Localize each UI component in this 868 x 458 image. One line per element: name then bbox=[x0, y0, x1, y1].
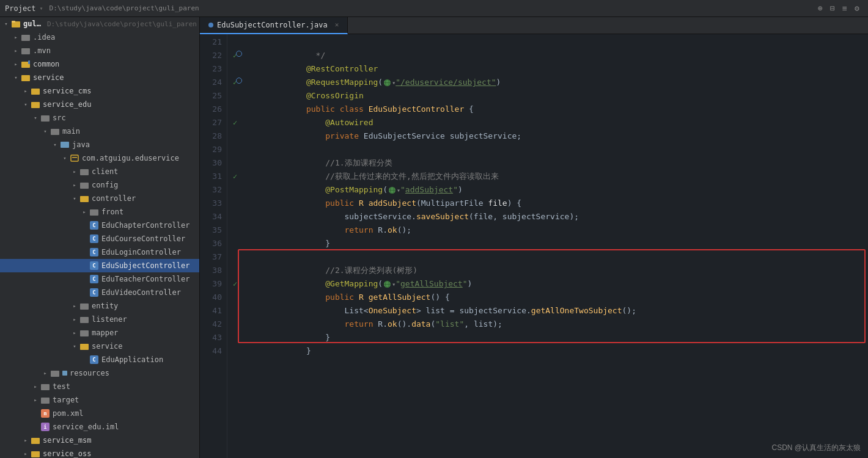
collapse-btn[interactable]: ⊟ bbox=[826, 2, 839, 15]
sidebar-item-mvn[interactable]: ▸ .mvn bbox=[0, 44, 199, 57]
sidebar-item-label: resources bbox=[62, 369, 197, 377]
sidebar-item-edu-video[interactable]: ▸ C EduVideoController bbox=[0, 286, 199, 299]
sort-btn[interactable]: ≡ bbox=[839, 2, 851, 15]
sidebar-item-label: EduSubjectController bbox=[101, 261, 197, 270]
sidebar-item-label: client bbox=[92, 167, 197, 176]
folder-icon bbox=[79, 301, 89, 311]
expand-arrow: ▾ bbox=[40, 125, 50, 138]
module-folder-icon bbox=[31, 435, 40, 445]
sidebar-item-listener[interactable]: ▸ listener bbox=[0, 313, 199, 326]
code-editor[interactable]: 21 22 23 24 25 26 27 28 29 30 31 32 33 3… bbox=[200, 34, 868, 458]
folder-icon bbox=[40, 113, 50, 123]
sidebar-item-common[interactable]: ▸ common bbox=[0, 57, 199, 71]
expand-arrow: ▸ bbox=[70, 165, 79, 178]
svg-rect-18 bbox=[90, 209, 98, 216]
folder-icon bbox=[40, 382, 50, 391]
sidebar-item-target[interactable]: ▸ target bbox=[0, 393, 199, 407]
code-line-36 bbox=[249, 237, 868, 250]
sidebar-item-idea[interactable]: ▸ .idea bbox=[0, 31, 199, 44]
iml-icon: i bbox=[40, 422, 50, 432]
svg-rect-20 bbox=[80, 317, 89, 323]
svg-rect-27 bbox=[31, 438, 40, 444]
globe-icon-38 bbox=[383, 279, 392, 288]
expand-arrow: ▸ bbox=[11, 57, 21, 71]
svg-rect-14 bbox=[72, 157, 77, 158]
tab-bar: EduSubjectController.java ✕ bbox=[200, 17, 868, 34]
titlebar-arrow: ▾ bbox=[40, 5, 43, 12]
sidebar-item-edu-subject[interactable]: ▸ C EduSubjectController bbox=[0, 259, 199, 272]
sidebar-item-test[interactable]: ▸ test bbox=[0, 380, 199, 393]
module-folder-icon bbox=[31, 86, 40, 96]
sidebar-item-edu-chapter[interactable]: ▸ C EduChapterController bbox=[0, 219, 199, 232]
sidebar-item-service[interactable]: ▾ service bbox=[0, 71, 199, 84]
project-path: D:\study\java\code\project\guli_paren bbox=[50, 4, 199, 12]
expand-arrow: ▸ bbox=[21, 84, 31, 98]
sidebar-item-edu-teacher[interactable]: ▸ C EduTeacherController bbox=[0, 272, 199, 286]
java-src-icon bbox=[60, 140, 70, 150]
svg-rect-12 bbox=[61, 142, 69, 148]
svg-rect-10 bbox=[41, 115, 50, 122]
sidebar-item-service-edu-iml[interactable]: ▸ i service_edu.iml bbox=[0, 420, 199, 434]
sidebar-item-config[interactable]: ▸ config bbox=[0, 178, 199, 192]
root-path: D:\study\java\code\project\guli_paren bbox=[47, 20, 197, 28]
sidebar-item-mapper[interactable]: ▸ mapper bbox=[0, 326, 199, 340]
sidebar-item-service-oss[interactable]: ▸ service_oss bbox=[0, 447, 199, 458]
class-icon: C bbox=[89, 220, 99, 230]
sidebar-item-service-cms[interactable]: ▸ service_cms bbox=[0, 84, 199, 98]
svg-rect-13 bbox=[71, 155, 78, 161]
sidebar-item-main[interactable]: ▾ main bbox=[0, 125, 199, 138]
sidebar-item-guli-parent[interactable]: ▾ guli_parent D:\study\java\code\project… bbox=[0, 17, 199, 31]
code-content: 21 22 23 24 25 26 27 28 29 30 31 32 33 3… bbox=[200, 34, 868, 458]
settings-btn[interactable]: ⚙ bbox=[851, 2, 863, 15]
new-file-btn[interactable]: ⊕ bbox=[814, 2, 826, 15]
sidebar-item-src[interactable]: ▾ src bbox=[0, 111, 199, 125]
sidebar-item-service-edu[interactable]: ▾ service_edu bbox=[0, 98, 199, 111]
close-icon[interactable]: ✕ bbox=[335, 21, 339, 29]
folder-icon bbox=[79, 328, 89, 338]
expand-arrow: ▸ bbox=[31, 393, 40, 407]
sidebar-item-edu-course[interactable]: ▸ C EduCourseController bbox=[0, 232, 199, 245]
sidebar-item-label: service_msm bbox=[43, 436, 197, 445]
expand-arrow: ▸ bbox=[31, 380, 40, 393]
sidebar-item-package[interactable]: ▾ com.atguigu.eduservice bbox=[0, 151, 199, 165]
code-line-22: @RestController bbox=[249, 49, 868, 62]
sidebar-item-label: com.atguigu.eduservice bbox=[82, 154, 197, 162]
sidebar-item-label: target bbox=[53, 396, 197, 404]
sidebar-item-entity[interactable]: ▸ entity bbox=[0, 299, 199, 313]
svg-rect-4 bbox=[21, 48, 30, 54]
expand-arrow: ▸ bbox=[11, 31, 21, 44]
expand-arrow: ▾ bbox=[1, 17, 11, 31]
sidebar-item-java[interactable]: ▾ java bbox=[0, 138, 199, 151]
module-folder-icon bbox=[21, 59, 31, 69]
sidebar-item-label: service_edu bbox=[43, 100, 197, 109]
tab-edu-subject[interactable]: EduSubjectController.java ✕ bbox=[200, 17, 348, 34]
folder-icon bbox=[79, 180, 89, 190]
sidebar-item-label: java bbox=[72, 140, 197, 149]
tab-icon bbox=[208, 23, 213, 27]
expand-arrow: ▸ bbox=[11, 44, 21, 57]
sidebar-item-edu-application[interactable]: ▸ C EduApplication bbox=[0, 353, 199, 366]
sidebar-item-edu-login[interactable]: ▸ C EduLoginController bbox=[0, 245, 199, 259]
sidebar-item-label: .idea bbox=[33, 33, 197, 42]
code-line-29: //1.添加课程分类 bbox=[249, 143, 868, 156]
sidebar-item-label: EduTeacherController bbox=[101, 275, 197, 283]
svg-rect-24 bbox=[62, 371, 67, 376]
expand-arrow: ▾ bbox=[70, 192, 79, 205]
sidebar-item-pom-edu[interactable]: ▸ m pom.xml bbox=[0, 407, 199, 420]
sidebar-item-label: listener bbox=[92, 315, 197, 324]
sidebar-item-front[interactable]: ▸ front bbox=[0, 205, 199, 219]
sidebar-item-controller[interactable]: ▾ controller bbox=[0, 192, 199, 205]
sidebar-item-service-msm[interactable]: ▸ service_msm bbox=[0, 434, 199, 447]
folder-icon bbox=[50, 126, 60, 136]
svg-rect-11 bbox=[51, 129, 59, 135]
sidebar-item-label: EduCourseController bbox=[101, 234, 197, 243]
class-icon: C bbox=[89, 355, 99, 365]
xml-icon: m bbox=[40, 409, 50, 418]
sidebar-item-service-inner[interactable]: ▾ service bbox=[0, 340, 199, 353]
expand-arrow: ▸ bbox=[70, 299, 79, 313]
sidebar-item-client[interactable]: ▸ client bbox=[0, 165, 199, 178]
titlebar-tabs: ⊕ ⊟ ≡ ⚙ bbox=[814, 2, 863, 15]
sidebar-item-resources[interactable]: ▸ resources bbox=[0, 366, 199, 380]
project-label[interactable]: Project bbox=[5, 4, 36, 13]
sidebar-item-label: mapper bbox=[92, 329, 197, 337]
